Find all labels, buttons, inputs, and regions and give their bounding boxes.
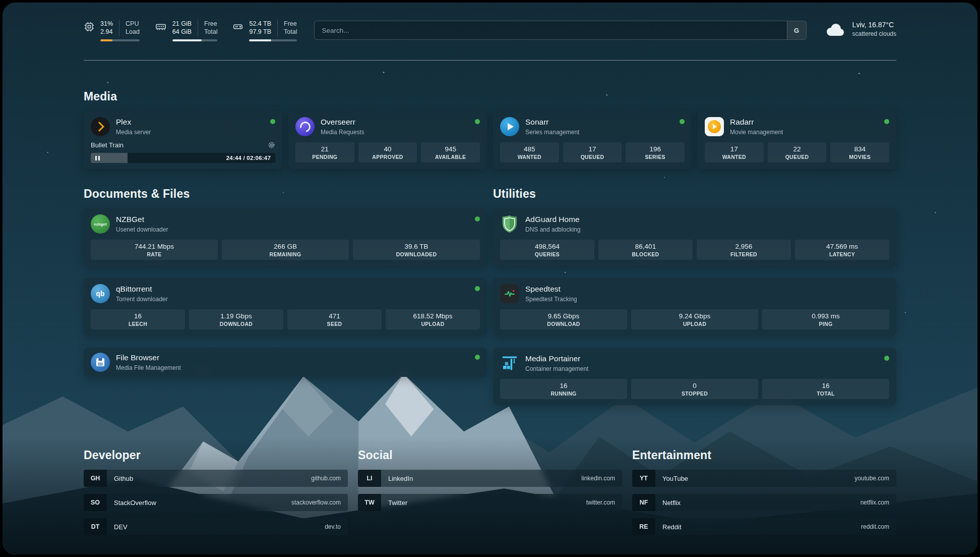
nzbget-icon: nzbget	[91, 214, 110, 234]
stat-value: 39.6 TB	[355, 243, 478, 250]
stat-label: QUEUED	[565, 154, 620, 160]
stat-label: PING	[764, 321, 887, 327]
stat-label: TOTAL	[764, 391, 887, 397]
search-input[interactable]	[315, 21, 786, 39]
app-card-speedtest[interactable]: Speedtest Speedtest Tracking 9.65 Gbps D…	[493, 278, 896, 336]
youtube-icon: YT	[632, 470, 655, 487]
stat-value: 47.569 ms	[797, 243, 887, 250]
ram-label-top: Free	[204, 20, 217, 28]
stat-value: 40	[360, 145, 415, 153]
disk-icon	[232, 21, 243, 32]
bookmark-name: Reddit	[662, 523, 682, 531]
stat-queries: 498,564 QUERIES	[500, 240, 594, 260]
bookmark-linkedin[interactable]: LI LinkedIn linkedin.com	[358, 470, 622, 487]
stat-value: 266 GB	[224, 243, 347, 250]
bookmark-name: LinkedIn	[388, 475, 413, 482]
plex-icon	[91, 117, 110, 136]
app-name-qbittorrent: qBittorrent	[116, 285, 469, 294]
gear-icon[interactable]	[268, 141, 275, 149]
stat-blocked: 86,401 BLOCKED	[598, 240, 693, 260]
stat-value: 471	[289, 312, 380, 320]
media-grid: Plex Media server Bullet Train	[84, 111, 896, 169]
app-subtitle-plex: Media server	[116, 129, 264, 136]
app-card-filebrowser[interactable]: File Browser Media File Management	[84, 348, 487, 377]
adguard-icon	[500, 214, 519, 234]
stat-value: 9.65 Gbps	[502, 312, 625, 320]
section-title-developer: Developer	[84, 449, 348, 462]
bookmark-group-developer: Developer GH Github github.com SO StackO…	[84, 449, 348, 542]
stat-label: LATENCY	[797, 251, 887, 257]
app-name-portainer: Media Portainer	[525, 354, 878, 364]
section-documents: Documents & Files nzbget NZBGet Usenet d…	[84, 187, 487, 417]
stat-value: 0	[633, 382, 756, 389]
app-card-qbittorrent[interactable]: qb qBittorrent Torrent downloader 16 LEE…	[84, 278, 487, 336]
app-card-nzbget[interactable]: nzbget NZBGet Usenet downloader 744.21 M…	[84, 208, 487, 266]
stat-label: AVAILABLE	[423, 154, 478, 160]
bookmark-stackoverflow[interactable]: SO StackOverflow stackoverflow.com	[84, 494, 348, 511]
bookmark-reddit[interactable]: RE Reddit reddit.com	[632, 518, 896, 535]
now-playing-title: Bullet Train	[91, 141, 124, 149]
search-engine-button[interactable]: G	[787, 21, 806, 39]
disk-free-value: 52.4 TB	[249, 20, 271, 28]
netflix-icon: NF	[632, 494, 655, 511]
section-utilities: Utilities AdGuard Home DNS and	[493, 187, 896, 417]
stat-label: SERIES	[628, 154, 683, 160]
app-subtitle-filebrowser: Media File Management	[116, 364, 469, 371]
stat-upload: 9.24 Gbps UPLOAD	[631, 309, 758, 329]
disk-label-bottom: Total	[284, 28, 297, 36]
reddit-icon: RE	[632, 518, 655, 535]
app-card-adguard[interactable]: AdGuard Home DNS and adblocking 498,564 …	[493, 208, 896, 266]
pause-icon[interactable]	[95, 156, 100, 160]
app-card-plex[interactable]: Plex Media server Bullet Train	[84, 111, 282, 169]
ram-free-value: 21 GiB	[172, 20, 192, 28]
stat-label: PENDING	[297, 154, 352, 160]
bookmark-url: stackoverflow.com	[291, 499, 341, 506]
stat-value: 196	[628, 145, 683, 153]
bookmark-group-entertainment: Entertainment YT YouTube youtube.com NF …	[632, 449, 896, 542]
weather-widget: Lviv, 16.87°C scattered clouds	[824, 21, 896, 37]
cpu-usage-value: 31%	[100, 20, 113, 28]
stat-label: BLOCKED	[600, 251, 691, 257]
playback-time: 24:44 / 02:06:47	[226, 155, 271, 161]
stat-label: RATE	[93, 251, 216, 257]
stat-wanted: 485 WANTED	[500, 142, 559, 162]
bookmark-url: linkedin.com	[581, 475, 615, 482]
stat-value: 17	[707, 145, 762, 153]
stat-movies: 834 MOVIES	[830, 142, 889, 162]
status-dot-sonarr	[680, 119, 685, 124]
stat-value: 22	[770, 145, 825, 153]
bookmark-name: YouTube	[662, 475, 688, 482]
status-dot-portainer	[884, 356, 889, 361]
speedtest-icon	[500, 284, 519, 303]
stat-value: 21	[297, 145, 352, 153]
bookmark-youtube[interactable]: YT YouTube youtube.com	[632, 470, 896, 487]
stat-queued: 17 QUEUED	[563, 142, 622, 162]
stat-download: 9.65 Gbps DOWNLOAD	[500, 309, 627, 329]
bookmark-github[interactable]: GH Github github.com	[84, 470, 348, 487]
portainer-icon	[500, 354, 519, 373]
app-card-overseerr[interactable]: Overseerr Media Requests 21 PENDING 40 A…	[288, 111, 487, 169]
stat-upload: 618.52 Mbps UPLOAD	[386, 309, 480, 329]
overseerr-icon	[295, 117, 315, 136]
bookmark-twitter[interactable]: TW Twitter twitter.com	[358, 494, 622, 511]
bookmark-name: StackOverflow	[114, 499, 156, 507]
status-dot-radarr	[884, 119, 889, 124]
app-subtitle-speedtest: Speedtest Tracking	[525, 296, 889, 303]
github-icon: GH	[84, 470, 107, 487]
bookmark-dev[interactable]: DT DEV dev.to	[84, 518, 348, 535]
stat-wanted: 17 WANTED	[705, 142, 764, 162]
stat-value: 17	[565, 145, 620, 153]
stat-running: 16 RUNNING	[500, 379, 627, 399]
bookmark-netflix[interactable]: NF Netflix netflix.com	[632, 494, 896, 511]
app-card-radarr[interactable]: Radarr Movie management 17 WANTED 22 QUE…	[698, 111, 896, 169]
topbar-divider	[84, 60, 896, 61]
stat-value: 2,956	[699, 243, 789, 250]
stat-value: 16	[764, 382, 887, 389]
app-name-nzbget: NZBGet	[116, 215, 469, 225]
qbittorrent-icon: qb	[91, 284, 110, 303]
app-card-sonarr[interactable]: Sonarr Series management 485 WANTED 17 Q…	[493, 111, 692, 169]
bookmark-name: Netflix	[662, 499, 681, 507]
stat-available: 945 AVAILABLE	[421, 142, 480, 162]
ram-label-bottom: Total	[204, 28, 217, 36]
app-card-portainer[interactable]: Media Portainer Container management 16 …	[493, 348, 896, 405]
